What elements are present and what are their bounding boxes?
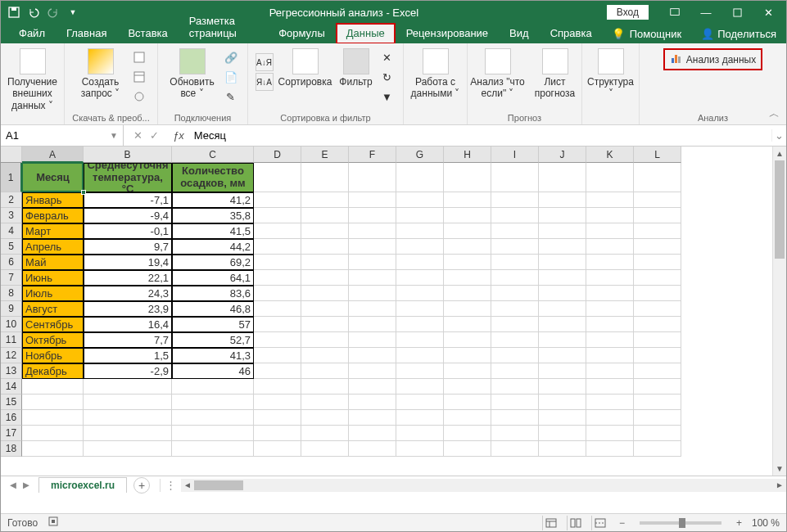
cell[interactable]: Февраль: [22, 208, 84, 223]
cell[interactable]: [349, 379, 396, 394]
cell[interactable]: [634, 163, 681, 192]
what-if-button[interactable]: Анализ "что если" ˅: [469, 45, 527, 100]
row-header[interactable]: 18: [1, 441, 22, 457]
cell[interactable]: [586, 348, 634, 363]
cell[interactable]: [491, 301, 539, 317]
cell[interactable]: 1,5: [84, 348, 172, 363]
cell[interactable]: Август: [22, 301, 84, 317]
cell[interactable]: [301, 394, 349, 410]
cell[interactable]: Май: [22, 255, 84, 270]
column-header[interactable]: G: [396, 147, 444, 163]
cell[interactable]: [301, 208, 349, 223]
column-header[interactable]: H: [444, 147, 491, 163]
cell[interactable]: Количество осадков, мм: [172, 163, 254, 192]
cell[interactable]: [254, 394, 301, 410]
qat-customize-icon[interactable]: ▼: [65, 4, 81, 20]
cell[interactable]: Март: [22, 223, 84, 239]
cell[interactable]: [539, 208, 586, 223]
chevron-down-icon[interactable]: ▼: [110, 131, 118, 140]
get-external-data-button[interactable]: Получение внешних данных ˅: [7, 45, 59, 111]
cell[interactable]: [634, 208, 681, 223]
cell[interactable]: [634, 286, 681, 301]
row-header[interactable]: 7: [1, 270, 22, 286]
cell[interactable]: [539, 332, 586, 348]
macro-record-icon[interactable]: [47, 516, 59, 530]
tab-file[interactable]: Файл: [9, 24, 55, 43]
cell[interactable]: [444, 270, 491, 286]
cell[interactable]: [301, 317, 349, 332]
tab-scroll-right-icon[interactable]: ►: [20, 479, 32, 491]
cell[interactable]: [444, 410, 491, 426]
maximize-icon[interactable]: [722, 1, 752, 24]
cell[interactable]: [491, 441, 539, 457]
column-header[interactable]: C: [172, 147, 254, 163]
cell[interactable]: [444, 239, 491, 255]
cell[interactable]: [586, 270, 634, 286]
cell[interactable]: [586, 379, 634, 394]
collapse-ribbon-icon[interactable]: ︿: [769, 106, 780, 121]
scroll-right-icon[interactable]: ►: [773, 480, 786, 489]
cell[interactable]: [586, 239, 634, 255]
cell[interactable]: [349, 426, 396, 441]
cell[interactable]: [301, 426, 349, 441]
column-header[interactable]: D: [254, 147, 301, 163]
cell[interactable]: [349, 163, 396, 192]
ribbon-display-options-icon[interactable]: [660, 1, 690, 24]
cell[interactable]: [254, 208, 301, 223]
cell[interactable]: [634, 441, 681, 457]
cell[interactable]: [22, 410, 84, 426]
cell[interactable]: [586, 441, 634, 457]
zoom-out-button[interactable]: −: [616, 517, 628, 529]
cell[interactable]: [254, 301, 301, 317]
cell[interactable]: [349, 301, 396, 317]
cell[interactable]: [254, 410, 301, 426]
cell[interactable]: [172, 426, 254, 441]
cell[interactable]: [396, 270, 444, 286]
tab-review[interactable]: Рецензирование: [396, 24, 498, 43]
cell[interactable]: [634, 301, 681, 317]
from-table-icon[interactable]: [130, 68, 148, 86]
cell[interactable]: [396, 348, 444, 363]
sheet-tab[interactable]: microexcel.ru: [38, 477, 127, 493]
properties-icon[interactable]: 📄: [222, 68, 240, 86]
cell[interactable]: [539, 192, 586, 208]
new-sheet-button[interactable]: +: [133, 477, 150, 494]
cell[interactable]: [396, 410, 444, 426]
cell[interactable]: [396, 239, 444, 255]
cell[interactable]: [634, 379, 681, 394]
tab-view[interactable]: Вид: [500, 24, 539, 43]
cell[interactable]: [349, 286, 396, 301]
cell[interactable]: [349, 223, 396, 239]
row-header[interactable]: 11: [1, 332, 22, 348]
cancel-formula-icon[interactable]: ✕: [130, 129, 145, 142]
cell[interactable]: 52,7: [172, 332, 254, 348]
column-header[interactable]: K: [586, 147, 634, 163]
cell[interactable]: [396, 223, 444, 239]
column-header[interactable]: L: [634, 147, 681, 163]
scrollbar-thumb[interactable]: [194, 480, 243, 490]
reapply-icon[interactable]: ↻: [378, 68, 396, 86]
cell[interactable]: 22,1: [84, 270, 172, 286]
cell[interactable]: [539, 223, 586, 239]
column-header[interactable]: A: [22, 147, 84, 163]
cell[interactable]: [349, 410, 396, 426]
row-header[interactable]: 6: [1, 255, 22, 270]
spreadsheet-grid[interactable]: 123456789101112131415161718 ABCDEFGHIJKL…: [1, 147, 786, 476]
cell[interactable]: [539, 163, 586, 192]
cell[interactable]: [396, 192, 444, 208]
cell[interactable]: [491, 270, 539, 286]
cell[interactable]: 41,5: [172, 223, 254, 239]
row-header[interactable]: 9: [1, 301, 22, 317]
cell[interactable]: [634, 255, 681, 270]
cell[interactable]: [396, 317, 444, 332]
row-header[interactable]: 13: [1, 363, 22, 379]
cell[interactable]: [539, 363, 586, 379]
cell[interactable]: [22, 426, 84, 441]
cell[interactable]: [444, 163, 491, 192]
row-header[interactable]: 4: [1, 223, 22, 239]
cell[interactable]: [301, 163, 349, 192]
cell[interactable]: [586, 363, 634, 379]
cell[interactable]: [396, 441, 444, 457]
select-all-corner[interactable]: [1, 147, 22, 163]
cell[interactable]: [491, 239, 539, 255]
